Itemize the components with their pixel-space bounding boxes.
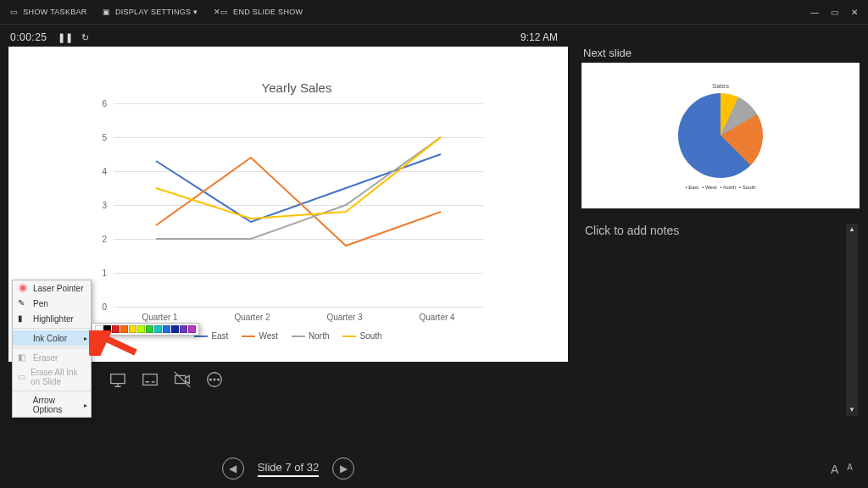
y-tick: 6 bbox=[102, 99, 107, 108]
highlighter-icon: ▮ bbox=[18, 313, 28, 324]
color-swatch[interactable] bbox=[103, 325, 111, 333]
presenter-tool-row bbox=[8, 362, 568, 397]
highlighter-label: Highlighter bbox=[33, 314, 74, 324]
color-swatch[interactable] bbox=[163, 325, 170, 333]
ink-color-item[interactable]: Ink Color▸ bbox=[13, 330, 91, 346]
divider bbox=[0, 24, 868, 25]
font-size-controls: A A bbox=[831, 463, 853, 476]
more-options-button[interactable] bbox=[205, 370, 224, 389]
erase-all-label: Erase All Ink on Slide bbox=[31, 368, 86, 386]
y-tick: 5 bbox=[102, 133, 107, 142]
color-swatch[interactable] bbox=[154, 325, 162, 333]
svg-point-10 bbox=[214, 379, 215, 380]
laser-icon bbox=[18, 283, 28, 293]
ink-color-label: Ink Color bbox=[33, 334, 67, 343]
reset-timer-button[interactable]: ↻ bbox=[81, 32, 89, 43]
elapsed-time: 0:00:25 bbox=[10, 31, 47, 43]
pie-title: Sales bbox=[712, 82, 729, 90]
pen-icon: ✎ bbox=[18, 298, 28, 308]
display-settings-button[interactable]: ▣ DISPLAY SETTINGS ▾ bbox=[103, 8, 198, 16]
erase-all-item: ▭Erase All Ink on Slide bbox=[13, 365, 91, 389]
chart-plot-area: 0123456 Quarter 1Quarter 2Quarter 3Quart… bbox=[93, 103, 483, 307]
font-smaller-button[interactable]: A bbox=[847, 463, 853, 476]
restore-button[interactable]: ▭ bbox=[831, 8, 838, 17]
pen-item[interactable]: ✎Pen bbox=[13, 296, 91, 311]
y-tick: 0 bbox=[102, 302, 107, 312]
color-swatch[interactable] bbox=[171, 325, 179, 333]
x-tick: Quarter 3 bbox=[326, 313, 362, 322]
pen-popup-menu: Laser Pointer ✎Pen ▮Highlighter Ink Colo… bbox=[12, 280, 92, 418]
next-slide-label: Next slide bbox=[581, 47, 860, 63]
end-icon: ✕▭ bbox=[214, 8, 229, 16]
color-swatch[interactable] bbox=[129, 325, 136, 333]
subtitle-button[interactable] bbox=[141, 370, 159, 389]
x-tick: Quarter 4 bbox=[419, 313, 454, 322]
highlighter-item[interactable]: ▮Highlighter bbox=[13, 311, 91, 326]
slide-nav: ◀ Slide 7 of 32 ▶ bbox=[0, 458, 576, 480]
pie-chart-icon bbox=[678, 93, 763, 178]
gridline bbox=[114, 307, 483, 308]
end-slideshow-button[interactable]: ✕▭ END SLIDE SHOW bbox=[214, 8, 303, 16]
y-tick: 4 bbox=[102, 167, 107, 176]
arrow-options-label: Arrow Options bbox=[33, 396, 86, 414]
notes-pane[interactable]: Click to add notes ▲ ▼ bbox=[581, 220, 860, 419]
x-tick: Quarter 2 bbox=[234, 313, 270, 322]
eraser-item: ◧Eraser bbox=[13, 350, 91, 365]
notes-scrollbar[interactable]: ▲ ▼ bbox=[846, 224, 858, 416]
y-tick: 1 bbox=[102, 269, 107, 278]
color-swatch[interactable] bbox=[112, 325, 120, 333]
svg-point-9 bbox=[210, 379, 212, 380]
next-slide-preview[interactable]: Sales • East• West• North• South bbox=[581, 63, 860, 208]
x-tick: Quarter 1 bbox=[142, 313, 177, 322]
eraser-label: Eraser bbox=[33, 353, 58, 363]
minimize-button[interactable]: — bbox=[810, 8, 819, 17]
black-screen-button[interactable] bbox=[108, 370, 127, 389]
taskbar-icon: ▭ bbox=[10, 8, 18, 16]
color-swatch[interactable] bbox=[95, 325, 103, 333]
blank-icon bbox=[18, 400, 28, 410]
notes-placeholder: Click to add notes bbox=[585, 224, 679, 237]
prev-slide-button[interactable]: ◀ bbox=[222, 458, 244, 480]
color-swatch[interactable] bbox=[180, 325, 187, 333]
color-swatch[interactable] bbox=[146, 325, 153, 333]
laser-pointer-label: Laser Pointer bbox=[33, 284, 83, 293]
camera-off-button[interactable] bbox=[173, 370, 192, 389]
font-bigger-button[interactable]: A bbox=[831, 463, 838, 476]
timer-row: 0:00:25 ❚❚ ↻ 9:12 AM bbox=[0, 28, 868, 47]
scroll-up-icon[interactable]: ▲ bbox=[846, 224, 858, 236]
color-swatch[interactable] bbox=[137, 325, 145, 333]
window-controls: — ▭ ✕ bbox=[810, 8, 858, 17]
color-swatch[interactable] bbox=[120, 325, 128, 333]
svg-point-11 bbox=[218, 379, 220, 380]
y-tick: 2 bbox=[102, 235, 107, 244]
show-taskbar-button[interactable]: ▭ SHOW TASKBAR bbox=[10, 8, 87, 16]
series-line bbox=[156, 137, 441, 219]
submenu-arrow-icon: ▸ bbox=[84, 402, 87, 409]
y-tick: 3 bbox=[102, 201, 107, 210]
arrow-options-item[interactable]: Arrow Options▸ bbox=[13, 393, 91, 417]
monitor-icon: ▣ bbox=[103, 8, 110, 16]
color-swatch[interactable] bbox=[188, 325, 196, 333]
pause-timer-button[interactable]: ❚❚ bbox=[58, 32, 73, 43]
pie-legend: • East• West• North• South bbox=[685, 185, 755, 190]
legend-item: West bbox=[242, 331, 278, 341]
series-line bbox=[156, 154, 441, 222]
submenu-arrow-icon: ▸ bbox=[84, 335, 87, 342]
display-settings-label: DISPLAY SETTINGS ▾ bbox=[115, 8, 198, 16]
close-button[interactable]: ✕ bbox=[851, 8, 858, 17]
svg-rect-5 bbox=[111, 374, 125, 384]
legend-item: South bbox=[342, 331, 381, 341]
current-slide[interactable]: Yearly Sales 0123456 Quarter 1Quarter 2Q… bbox=[8, 47, 568, 362]
legend-item: East bbox=[194, 331, 228, 341]
ink-color-submenu bbox=[92, 323, 199, 336]
svg-rect-7 bbox=[175, 375, 186, 383]
slide-counter[interactable]: Slide 7 of 32 bbox=[258, 461, 319, 477]
presenter-top-toolbar: ▭ SHOW TASKBAR ▣ DISPLAY SETTINGS ▾ ✕▭ E… bbox=[0, 0, 868, 24]
legend-item: North bbox=[292, 331, 329, 341]
next-slide-button[interactable]: ▶ bbox=[332, 458, 354, 480]
chart-title: Yearly Sales bbox=[93, 80, 500, 95]
blank-icon bbox=[18, 333, 28, 343]
eraser-icon: ◧ bbox=[18, 352, 28, 363]
scroll-down-icon[interactable]: ▼ bbox=[846, 404, 858, 416]
laser-pointer-item[interactable]: Laser Pointer bbox=[13, 280, 91, 296]
